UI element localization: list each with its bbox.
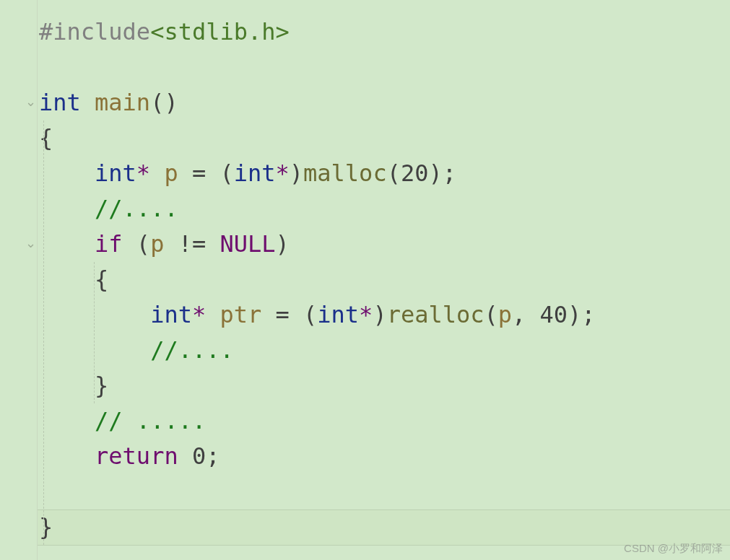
code-token: //.... [95, 195, 178, 222]
code-token: ); [568, 301, 596, 328]
code-token: p [164, 159, 178, 187]
code-line: } [39, 368, 724, 403]
watermark: CSDN @小罗和阿泽 [624, 542, 723, 556]
code-line [39, 474, 724, 509]
code-line: return 0; [39, 439, 724, 474]
code-token: if [95, 230, 123, 258]
fold-toggle-icon[interactable]: ⌄ [25, 95, 36, 108]
code-token: { [39, 124, 53, 152]
code-token: ) [276, 230, 290, 258]
code-token: int [39, 89, 81, 116]
code-token [178, 442, 192, 470]
code-token: = ( [178, 159, 234, 187]
code-token: } [95, 372, 108, 399]
code-line: { [39, 262, 724, 297]
code-token: = ( [261, 301, 317, 328]
code-token: } [39, 513, 53, 541]
code-line: int* ptr = (int*)realloc(p, 40); [39, 297, 724, 333]
code-token: 0 [192, 442, 206, 470]
code-token: #include [39, 18, 150, 45]
fold-toggle-icon[interactable]: ⌄ [25, 237, 36, 250]
code-line: //.... [39, 191, 724, 227]
code-token: 20 [401, 159, 429, 187]
code-area: #include<stdlib.h>int main(){ int* p = (… [39, 14, 724, 545]
code-token: main [95, 89, 150, 116]
code-token: * [276, 159, 290, 187]
code-line: if (p != NULL) [39, 227, 724, 262]
code-token: // ..... [95, 407, 206, 434]
code-token: int [95, 159, 136, 187]
code-editor-frame: #include<stdlib.h>int main(){ int* p = (… [0, 0, 730, 560]
code-token: * [359, 301, 373, 328]
code-token: return [95, 442, 178, 470]
code-token: ( [485, 301, 498, 328]
code-token: realloc [387, 301, 485, 328]
code-token: () [150, 89, 178, 116]
code-token: * [192, 301, 206, 328]
code-line: #include<stdlib.h> [39, 14, 724, 50]
code-token: ; [206, 442, 220, 470]
code-token: 40 [540, 301, 568, 328]
code-token: * [136, 159, 150, 187]
code-token: ) [290, 159, 303, 187]
code-token: ptr [220, 301, 261, 328]
code-token: != [164, 230, 220, 258]
code-token [206, 301, 220, 328]
code-token: p [498, 301, 512, 328]
indent-guide [43, 121, 44, 545]
code-token: ) [373, 301, 386, 328]
code-token: ); [428, 159, 456, 187]
code-token: <stdlib.h> [150, 18, 290, 45]
code-line: { [39, 121, 724, 156]
code-token: { [95, 266, 108, 293]
code-token: //.... [150, 336, 234, 364]
code-token: ( [387, 159, 401, 187]
code-token: ( [123, 230, 151, 258]
code-token: p [150, 230, 164, 258]
indent-guide [94, 262, 95, 403]
code-token: , [512, 301, 540, 328]
code-token [81, 89, 95, 116]
code-token: int [234, 159, 276, 187]
code-token: NULL [220, 230, 275, 258]
code-line: //.... [39, 333, 724, 368]
code-line [39, 50, 724, 85]
code-token: int [317, 301, 359, 328]
code-line: // ..... [39, 403, 724, 439]
gutter [0, 0, 38, 560]
code-line: int main() [39, 85, 724, 121]
code-line: } [39, 509, 724, 545]
code-line: int* p = (int*)malloc(20); [39, 156, 724, 191]
code-token [150, 159, 164, 187]
code-token: malloc [303, 159, 387, 187]
code-token: int [150, 301, 192, 328]
